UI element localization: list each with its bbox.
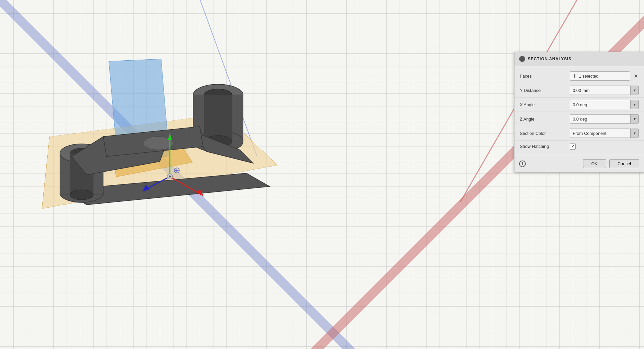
faces-clear-button[interactable]: ✕ (633, 73, 639, 79)
section-color-control: From Component (570, 129, 639, 138)
svg-point-24 (169, 175, 171, 177)
z-angle-value: 0.0 deg (570, 117, 630, 122)
section-color-dropdown-button[interactable] (630, 129, 638, 138)
y-distance-label: Y Distance (520, 88, 566, 93)
x-angle-value: 0.0 deg (570, 102, 630, 107)
y-distance-input[interactable]: 0.00 mm (570, 86, 639, 95)
panel-footer: ℹ OK Cancel (514, 155, 644, 172)
faces-control: ⬆ 1 selected ✕ (570, 71, 639, 81)
show-hatching-label: Show Hatching (520, 144, 566, 149)
panel-row-faces: Faces ⬆ 1 selected ✕ (514, 69, 644, 83)
faces-label: Faces (520, 74, 566, 79)
x-angle-dropdown-button[interactable] (630, 100, 638, 109)
3d-model: ⊕ ↕ (20, 30, 320, 246)
x-angle-input[interactable]: 0.0 deg (570, 100, 639, 109)
panel-row-x-angle: X Angle 0.0 deg (514, 97, 644, 112)
cancel-button[interactable]: Cancel (609, 159, 639, 168)
z-angle-control: 0.0 deg (570, 114, 639, 124)
show-hatching-control (570, 144, 639, 150)
svg-text:↕: ↕ (174, 180, 177, 188)
panel-row-y-distance: Y Distance 0.00 mm (514, 83, 644, 97)
z-angle-input[interactable]: 0.0 deg (570, 114, 639, 124)
panel-header: SECTION ANALYSIS (514, 52, 644, 66)
svg-point-6 (70, 190, 93, 200)
section-color-value: From Component (570, 131, 630, 136)
y-distance-value: 0.00 mm (570, 88, 630, 93)
faces-value: 1 selected (579, 74, 627, 79)
faces-value-box[interactable]: ⬆ 1 selected (570, 71, 630, 81)
z-angle-label: Z Angle (520, 117, 566, 122)
panel-row-section-color: Section Color From Component (514, 126, 644, 140)
svg-rect-11 (204, 95, 232, 142)
section-color-label: Section Color (520, 131, 566, 136)
cursor-icon: ⬆ (573, 73, 577, 79)
panel-row-show-hatching: Show Hatching (514, 140, 644, 152)
svg-text:⊕: ⊕ (173, 165, 180, 175)
panel-title: SECTION ANALYSIS (528, 57, 571, 61)
panel-collapse-button[interactable] (519, 56, 525, 62)
x-angle-label: X Angle (520, 102, 566, 107)
y-distance-control: 0.00 mm (570, 86, 639, 95)
panel-row-z-angle: Z Angle 0.0 deg (514, 112, 644, 126)
y-distance-dropdown-button[interactable] (630, 86, 638, 95)
panel-body: Faces ⬆ 1 selected ✕ Y Distance 0.00 mm … (514, 66, 644, 155)
show-hatching-checkbox[interactable] (570, 144, 576, 150)
x-angle-control: 0.0 deg (570, 100, 639, 109)
section-analysis-panel: SECTION ANALYSIS Faces ⬆ 1 selected ✕ Y … (514, 52, 644, 173)
z-angle-dropdown-button[interactable] (630, 114, 638, 124)
info-icon[interactable]: ℹ (519, 161, 526, 167)
ok-button[interactable]: OK (583, 159, 606, 168)
section-color-input[interactable]: From Component (570, 129, 639, 138)
